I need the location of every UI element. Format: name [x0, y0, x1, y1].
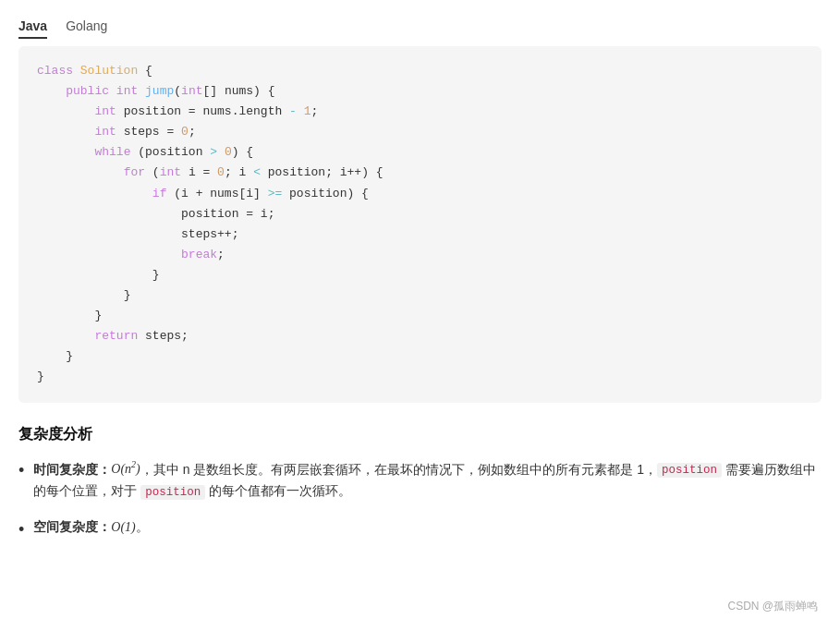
tab-bar: Java Golang [18, 15, 822, 39]
complexity-section: 复杂度分析 时间复杂度：O(n2)，其中 n 是数组长度。有两层嵌套循环，在最坏… [18, 425, 822, 544]
code-line: public int jump(int[] nums) { [37, 81, 803, 102]
watermark: CSDN @孤雨蝉鸣 [727, 599, 818, 614]
code-line: } [37, 285, 803, 306]
code-line: int position = nums.length - 1; [37, 102, 803, 122]
code-line: int steps = 0; [37, 122, 803, 142]
code-line: } [37, 367, 803, 387]
code-line: } [37, 306, 803, 326]
code-block: class Solution { public int jump(int[] n… [18, 46, 822, 403]
list-item: 时间复杂度：O(n2)，其中 n 是数组长度。有两层嵌套循环，在最坏的情况下，例… [18, 457, 822, 504]
code-line: position = i; [37, 204, 803, 224]
list-item: 空间复杂度：O(1)。 [18, 516, 822, 544]
code-line: } [37, 265, 803, 285]
code-line: for (int i = 0; i < position; i++) { [37, 163, 803, 183]
code-line: steps++; [37, 224, 803, 245]
code-line: class Solution { [37, 61, 803, 81]
code-line: } [37, 346, 803, 367]
code-line: if (i + nums[i] >= position) { [37, 184, 803, 204]
complexity-list: 时间复杂度：O(n2)，其中 n 是数组长度。有两层嵌套循环，在最坏的情况下，例… [18, 457, 822, 544]
tab-golang[interactable]: Golang [66, 15, 107, 39]
tab-java[interactable]: Java [18, 15, 47, 39]
code-line: break; [37, 245, 803, 265]
section-title: 复杂度分析 [18, 425, 822, 444]
code-line: return steps; [37, 326, 803, 346]
code-line: while (position > 0) { [37, 142, 803, 163]
